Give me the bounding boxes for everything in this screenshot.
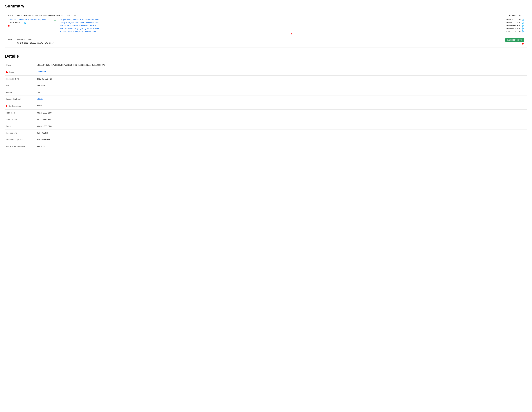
output-address-3[interactable]: 3BAXA6YotAWouuTyaQMrJ1jC4uaKWnZnUZ: [60, 27, 506, 29]
table-row: Received Time 2019-06-11 17:10: [5, 76, 527, 82]
globe-icon-3: 🌐: [522, 27, 524, 29]
label-d: D: [522, 42, 524, 45]
table-row: FConfirmations 25,501: [5, 102, 527, 110]
fee-value: 0.00021280 BTC (61.149 sat/B · 20.038 sa…: [17, 38, 54, 45]
detail-value-total-output: 0.52230376 BTC: [35, 116, 527, 123]
fee-left: Fee 0.00021280 BTC (61.149 sat/B · 20.03…: [8, 38, 54, 45]
detail-value-value-transacted: $4,057.29: [35, 143, 527, 150]
detail-label-block: Included in Block: [5, 96, 35, 102]
table-row: Fee per weight unit 20.038 sat/WU: [5, 136, 527, 143]
output-item-3: 3BAXA6YotAWouuTyaQMrJ1jC4uaKWnZnUZ 0.006…: [60, 27, 524, 29]
table-row: EStatus Confirmed: [5, 68, 527, 76]
input-item: 33drUaJDF7H7xMb3UPhjzNWqK7rkju4tZn: [8, 18, 51, 21]
detail-label-total-output: Total Output: [5, 116, 35, 123]
detail-label-confirmations: FConfirmations: [5, 102, 35, 110]
table-row: Value when transacted $4,057.29: [5, 143, 527, 150]
hash-label: Hash: [8, 14, 14, 17]
detail-label-hash: Hash: [5, 62, 35, 68]
globe-icon-2: 🌐: [522, 25, 524, 27]
summary-card: A Hash 196eba07f176e457c48216ab87b521978…: [5, 12, 527, 48]
detail-value-fee-per-wu: 20.038 sat/WU: [35, 136, 527, 143]
tx-outputs: 1AupRNbu8qEeXx12LVRxXeJ7um3BJLrnZ7 0.003…: [60, 18, 524, 36]
detail-label-received-time: Received Time: [5, 76, 35, 82]
output-item-4: 3FGJec1bmNQih1AbpHtNfz6bjNKjm87Gr1 0.501…: [60, 30, 524, 32]
output-address-4[interactable]: 3FGJec1bmNQih1AbpHtNfz6bjNKjm87Gr1: [60, 30, 506, 32]
detail-value-weight: 1,062: [35, 89, 527, 96]
output-item-2: 3Gta6s2b63Ke68Z4m61NfGwfoqcHqGfo7V 0.006…: [60, 24, 524, 27]
output-amount-1: 0.00350000 BTC 🌐: [506, 21, 524, 24]
table-row: Hash 196eba07f176e457c48216ab87b52197848…: [5, 62, 527, 68]
detail-value-size: 348 bytes: [35, 82, 527, 89]
label-b: B: [8, 24, 51, 27]
summary-title: Summary: [5, 4, 527, 9]
status-confirmed: Confirmed: [37, 71, 46, 73]
label-c: C: [60, 33, 524, 36]
total-output-badge: 0.52230376 BTC: [505, 38, 524, 42]
summary-section: Summary A Hash 196eba07f176e457c48216ab8…: [5, 4, 527, 48]
arrow-icon: ➡: [54, 19, 57, 23]
detail-label-value-transacted: Value when transacted: [5, 143, 35, 150]
output-amount-2: 0.00695886 BTC 🌐: [506, 24, 524, 27]
fee-row: Fee 0.00021280 BTC (61.149 sat/B · 20.03…: [8, 38, 524, 45]
summary-hash-row: A Hash 196eba07f176e457c48216ab87b521978…: [8, 14, 524, 17]
detail-label-fee-per-wu: Fee per weight unit: [5, 136, 35, 143]
block-link[interactable]: 580267: [37, 98, 43, 100]
fee-detail: (61.149 sat/B · 20.038 sat/WU · 348 byte…: [17, 41, 54, 45]
tx-input: 33drUaJDF7H7xMb3UPhjzNWqK7rkju4tZn 0.522…: [8, 18, 51, 27]
input-address[interactable]: 33drUaJDF7H7xMb3UPhjzNWqK7rkju4tZn: [8, 18, 46, 21]
table-row: Weight 1,062: [5, 89, 527, 96]
detail-label-status: EStatus: [5, 68, 35, 76]
output-amount-0: 0.00318827 BTC 🌐: [506, 18, 524, 21]
detail-label-fees: Fees: [5, 123, 35, 130]
detail-label-size: Size: [5, 82, 35, 89]
detail-label-total-input: Total Input: [5, 110, 35, 116]
detail-value-fees: 0.00021280 BTC: [35, 123, 527, 130]
output-item-1: 1ABxjoM6XywDLRkbDHfNvYn6jcUxEiyYmd 0.003…: [60, 21, 524, 24]
output-item-0: 1AupRNbu8qEeXx12LVRxXeJ7um3BJLrnZ7 0.003…: [60, 18, 524, 21]
fee-btc: 0.00021280 BTC: [17, 38, 54, 41]
copy-icon[interactable]: ⧉: [75, 14, 76, 17]
label-e: E: [6, 71, 8, 73]
details-section: Details Hash 196eba07f176e457c48216ab87b…: [5, 54, 527, 150]
table-row: Total Output 0.52230376 BTC: [5, 116, 527, 123]
table-row: Included in Block 580267: [5, 96, 527, 102]
globe-icon-1: 🌐: [522, 22, 524, 24]
table-row: Fee per byte 61.149 sat/B: [5, 130, 527, 136]
tx-row: 33drUaJDF7H7xMb3UPhjzNWqK7rkju4tZn 0.522…: [8, 18, 524, 36]
output-address-2[interactable]: 3Gta6s2b63Ke68Z4m61NfGwfoqcHqGfo7V: [60, 24, 506, 27]
hash-left: A Hash 196eba07f176e457c48216ab87b521978…: [8, 14, 76, 17]
output-amount-4: 0.50176857 BTC 🌐: [506, 30, 524, 32]
globe-icon-0: 🌐: [522, 19, 524, 21]
summary-date: 2019-06-11 17:10: [508, 14, 524, 17]
fee-label: Fee: [8, 38, 14, 45]
table-row: Total Input 0.52251656 BTC: [5, 110, 527, 116]
detail-value-block: 580267: [35, 96, 527, 102]
detail-value-hash: 196eba07f176e457c48216ab87b52197848f8b4f…: [35, 62, 527, 68]
hash-value: 196eba07f176e457c48216ab87b52197848f8b4f…: [15, 14, 73, 17]
output-address-0[interactable]: 1AupRNbu8qEeXx12LVRxXeJ7um3BJLrnZ7: [60, 18, 506, 21]
table-row: Size 348 bytes: [5, 82, 527, 89]
globe-icon-input: 🌐: [24, 22, 26, 24]
detail-label-weight: Weight: [5, 89, 35, 96]
details-title: Details: [5, 54, 527, 59]
globe-icon-4: 🌐: [522, 30, 524, 32]
output-address-1[interactable]: 1ABxjoM6XywDLRkbDHfNvYn6jcUxEiyYmd: [60, 21, 506, 24]
table-row: Fees 0.00021280 BTC: [5, 123, 527, 130]
input-amount: 0.52251656 BTC: [8, 21, 23, 24]
output-amount-3: 0.00688806 BTC 🌐: [506, 27, 524, 29]
detail-value-fee-per-byte: 61.149 sat/B: [35, 130, 527, 136]
detail-value-confirmations: 25,501: [35, 102, 527, 110]
detail-value-total-input: 0.52251656 BTC: [35, 110, 527, 116]
detail-value-received-time: 2019-06-11 17:10: [35, 76, 527, 82]
detail-value-status: Confirmed: [35, 68, 527, 76]
label-f: F: [6, 105, 8, 107]
details-table: Hash 196eba07f176e457c48216ab87b52197848…: [5, 62, 527, 150]
detail-label-fee-per-byte: Fee per byte: [5, 130, 35, 136]
